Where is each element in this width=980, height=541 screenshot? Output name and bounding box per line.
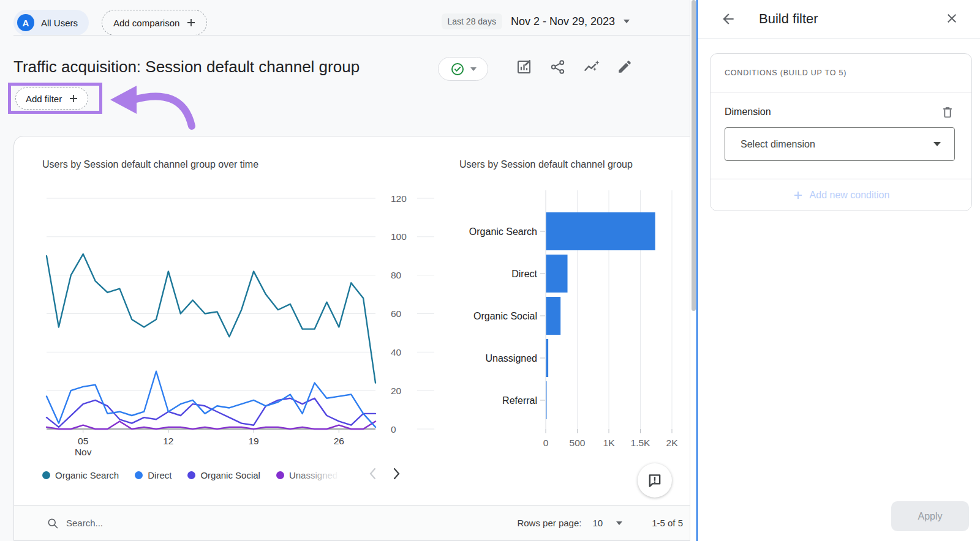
panel-header-divider [698,38,980,39]
delete-condition-icon[interactable] [940,105,955,119]
bar-unassigned [546,339,549,377]
plus-icon [793,190,804,201]
add-filter-label: Add filter [26,94,62,104]
rows-per-page-value: 10 [592,518,603,528]
add-filter-button[interactable]: Add filter [15,88,88,110]
search-input[interactable] [66,518,250,528]
plus-icon [68,93,79,104]
legend-prev-icon[interactable] [364,463,380,484]
select-dimension-value: Select dimension [741,139,815,150]
add-comparison-button[interactable]: Add comparison [102,10,207,35]
main-scrollbar [690,0,696,541]
date-range-label: Nov 2 - Nov 29, 2023 [511,15,615,28]
bar-referral [546,381,547,419]
bar-chart: 05001K1.5K2KOrganic SearchDirectOrganic … [454,184,690,466]
select-dimension-dropdown[interactable]: Select dimension [725,127,955,161]
chevron-down-icon [624,20,630,23]
svg-text:19: 19 [248,436,258,446]
line-series-organic-social [47,398,375,427]
feedback-button[interactable] [638,463,672,498]
line-series-direct [47,371,375,427]
dimension-label: Dimension [725,106,771,118]
pagination-range: 1-5 of 5 [652,518,683,528]
table-search [47,517,250,529]
svg-text:0: 0 [543,438,549,448]
build-filter-panel: Build filter CONDITIONS (BUILD UP TO 5) … [696,0,980,541]
table-footer: Rows per page: 10 1-5 of 5 [14,505,690,540]
legend-dot [276,471,284,479]
page-title: Traffic acquisition: Session default cha… [13,58,360,76]
legend-item-organic-social: Organic Social [187,470,260,480]
svg-text:05: 05 [78,436,88,446]
svg-text:1.5K: 1.5K [631,438,651,448]
pagination-controls: Rows per page: 10 1-5 of 5 [517,518,683,528]
search-icon [47,517,59,529]
line-chart-title: Users by Session default channel group o… [42,159,258,170]
line-series-unassigned [47,421,375,429]
data-quality-badge[interactable] [438,57,488,81]
insights-icon[interactable] [582,58,600,76]
share-icon[interactable] [548,58,567,76]
panel-title: Build filter [759,11,818,27]
chevron-down-icon [933,142,941,146]
check-circle-icon [450,62,465,76]
chevron-down-icon [470,67,477,71]
add-new-condition-label: Add new condition [810,190,890,201]
customize-report-icon[interactable] [514,58,533,76]
line-chart: 02040608010012005Nov121926 [25,184,442,466]
legend-next-icon[interactable] [389,463,405,484]
plus-icon [186,17,197,28]
all-users-label: All Users [41,18,78,28]
svg-text:Unassigned: Unassigned [486,353,538,364]
svg-text:Direct: Direct [511,269,537,279]
chevron-down-icon [616,521,622,525]
rows-per-page-select[interactable]: 10 [592,518,622,528]
date-range-picker[interactable]: Last 28 days Nov 2 - Nov 29, 2023 [442,13,630,29]
conditions-header: CONDITIONS (BUILD UP TO 5) [710,54,971,92]
feedback-bubble-icon [647,472,663,488]
svg-text:26: 26 [334,436,344,446]
close-icon[interactable] [944,10,960,26]
top-divider [13,35,690,35]
annotation-arrow [104,78,202,135]
back-arrow-icon[interactable] [720,10,737,28]
report-toolbar [514,58,634,76]
svg-text:Referral: Referral [502,395,537,406]
legend-dot [42,471,50,479]
svg-text:12: 12 [163,436,173,446]
main-report-area: A All Users Add comparison Last 28 days … [0,0,690,541]
legend-item-unassigned: Unassigned [276,470,337,480]
svg-text:60: 60 [391,308,402,319]
svg-text:40: 40 [391,347,402,357]
svg-text:1K: 1K [603,438,616,448]
rows-per-page-label: Rows per page: [517,518,581,528]
bar-organic-social [546,297,561,335]
avatar: A [17,14,34,31]
svg-text:500: 500 [570,438,586,448]
svg-text:80: 80 [391,270,402,280]
svg-text:100: 100 [391,231,407,242]
svg-text:Nov: Nov [75,447,92,457]
apply-button[interactable]: Apply [891,501,969,531]
svg-text:0: 0 [391,424,396,435]
legend-dot [187,471,195,479]
legend-item-direct: Direct [135,470,172,480]
legend-pagination [364,463,405,484]
date-preset-badge: Last 28 days [442,13,502,29]
line-series-organic-search [47,254,375,382]
svg-text:Organic Search: Organic Search [469,226,537,237]
legend-item-organic-search: Organic Search [42,470,119,480]
legend-dot [135,471,143,479]
panel-header: Build filter [698,0,980,38]
add-comparison-label: Add comparison [113,18,179,28]
bar-chart-title: Users by Session default channel group [459,159,633,170]
edit-pencil-icon[interactable] [616,58,634,76]
add-new-condition-button[interactable]: Add new condition [710,179,971,211]
conditions-card: CONDITIONS (BUILD UP TO 5) Dimension Sel… [710,53,972,211]
all-users-segment-chip[interactable]: A All Users [13,10,89,35]
chart-legend: Organic SearchDirectOrganic SocialUnassi… [42,466,356,483]
scrollbar-thumb[interactable] [692,0,696,311]
svg-text:120: 120 [391,193,407,204]
bar-organic-search [546,212,655,250]
svg-text:Organic Social: Organic Social [473,311,537,321]
